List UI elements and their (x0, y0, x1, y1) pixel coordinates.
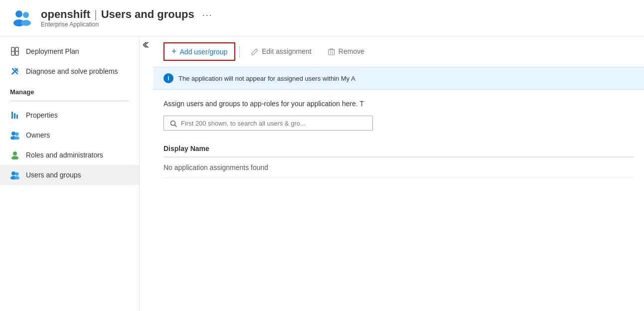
toolbar: + Add user/group Edit assignment (154, 36, 644, 67)
info-text: The application will not appear for assi… (178, 75, 355, 82)
sidebar-divider (10, 101, 129, 101)
app-name: openshift (41, 8, 90, 21)
header-separator: | (94, 8, 97, 21)
page-header: openshift | Users and groups ··· Enterpr… (0, 0, 644, 36)
add-user-label: Add user/group (180, 48, 228, 56)
svg-rect-15 (16, 115, 18, 119)
svg-rect-26 (328, 50, 334, 55)
info-bar: i The application will not appear for as… (154, 67, 644, 90)
empty-message: No application assignments found (163, 163, 268, 171)
pencil-icon (251, 47, 259, 56)
header-text: openshift | Users and groups ··· Enterpr… (41, 8, 213, 28)
svg-point-16 (11, 132, 15, 136)
owners-icon (10, 130, 20, 140)
sidebar-item-diagnose[interactable]: Diagnose and solve problems (0, 61, 139, 81)
book-icon (10, 46, 20, 56)
svg-point-0 (15, 10, 22, 17)
svg-point-20 (13, 152, 17, 156)
page-title: Users and groups (101, 8, 194, 21)
main-layout: Deployment Plan Diagnose and solve probl… (0, 36, 644, 311)
search-icon (170, 119, 177, 127)
content-area: + Add user/group Edit assignment (154, 36, 644, 311)
remove-label: Remove (338, 47, 364, 55)
svg-line-31 (175, 125, 177, 127)
remove-button[interactable]: Remove (321, 44, 371, 59)
sidebar-item-label: Owners (26, 131, 50, 139)
header-subtitle: Enterprise Application (41, 21, 213, 28)
search-box (163, 116, 373, 131)
plus-icon: + (171, 46, 177, 57)
manage-section-label: Manage (0, 81, 139, 99)
trash-icon (327, 47, 335, 56)
sidebar-item-properties[interactable]: Properties (0, 105, 139, 125)
info-icon: i (163, 73, 173, 83)
edit-assignment-button[interactable]: Edit assignment (244, 44, 319, 59)
more-button[interactable]: ··· (202, 10, 213, 20)
app-icon (10, 6, 34, 30)
svg-point-21 (11, 156, 18, 159)
svg-point-2 (23, 12, 29, 18)
svg-point-3 (21, 20, 31, 26)
svg-rect-14 (14, 113, 15, 119)
edit-label: Edit assignment (262, 47, 312, 55)
sidebar-item-label: Deployment Plan (26, 47, 79, 55)
add-user-button[interactable]: + Add user/group (164, 43, 234, 60)
sidebar-item-deployment-plan[interactable]: Deployment Plan (0, 41, 139, 61)
content-description: Assign users and groups to app-roles for… (163, 100, 634, 108)
svg-rect-13 (11, 112, 13, 119)
svg-point-22 (11, 171, 15, 175)
display-name-header: Display Name (163, 145, 634, 153)
sidebar-item-label: Users and groups (26, 171, 81, 179)
sidebar-item-users-and-groups[interactable]: Users and groups (0, 165, 139, 185)
collapse-sidebar-button[interactable] (140, 36, 154, 311)
svg-point-18 (15, 133, 19, 136)
table-empty-row: No application assignments found (163, 157, 634, 178)
sidebar-item-owners[interactable]: Owners (0, 125, 139, 145)
table-header: Display Name (163, 141, 634, 157)
roles-icon (10, 150, 20, 160)
search-input[interactable] (181, 120, 355, 127)
sidebar-item-label: Properties (26, 111, 58, 119)
sidebar-item-label: Diagnose and solve problems (26, 67, 118, 75)
svg-point-24 (15, 172, 19, 176)
properties-icon (10, 110, 20, 120)
wrench-icon (10, 66, 20, 76)
sidebar-item-roles[interactable]: Roles and administrators (0, 145, 139, 165)
toolbar-separator (239, 46, 240, 58)
content-body: Assign users and groups to app-roles for… (154, 90, 644, 311)
sidebar-item-label: Roles and administrators (26, 151, 103, 159)
sidebar: Deployment Plan Diagnose and solve probl… (0, 36, 140, 311)
add-user-button-highlight: + Add user/group (163, 42, 235, 61)
users-icon (10, 170, 20, 180)
